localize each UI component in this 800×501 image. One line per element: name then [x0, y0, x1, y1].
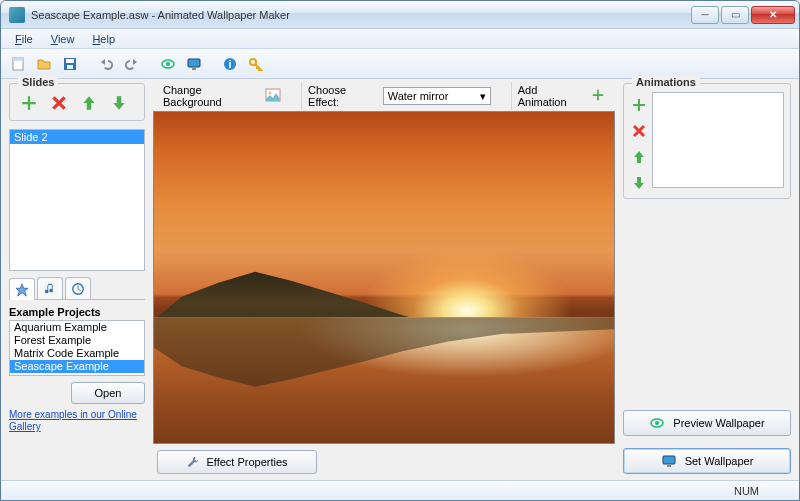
- slide-delete-icon[interactable]: [50, 94, 68, 112]
- choose-effect-label: Choose Effect:: [308, 84, 379, 108]
- tab-favorites[interactable]: [9, 278, 35, 300]
- eye-icon[interactable]: [157, 53, 179, 75]
- svg-point-16: [655, 421, 659, 425]
- save-icon[interactable]: [59, 53, 81, 75]
- svg-point-6: [166, 62, 170, 66]
- slide-up-icon[interactable]: [80, 94, 98, 112]
- window-title: Seascape Example.asw - Animated Wallpape…: [31, 9, 691, 21]
- svg-rect-8: [192, 68, 196, 70]
- set-wallpaper-label: Set Wallpaper: [685, 455, 754, 467]
- preview-wallpaper-button[interactable]: Preview Wallpaper: [623, 410, 791, 436]
- svg-rect-3: [66, 59, 74, 63]
- menubar: File View Help: [1, 29, 799, 49]
- animations-legend: Animations: [632, 76, 700, 88]
- tab-clock[interactable]: [65, 277, 91, 299]
- new-icon[interactable]: [7, 53, 29, 75]
- tab-music[interactable]: [37, 277, 63, 299]
- effect-value: Water mirror: [388, 90, 449, 102]
- eye-icon: [649, 415, 665, 431]
- close-button[interactable]: ✕: [751, 6, 795, 24]
- minimize-button[interactable]: ─: [691, 6, 719, 24]
- redo-icon[interactable]: [121, 53, 143, 75]
- svg-rect-4: [67, 65, 73, 69]
- menu-view[interactable]: View: [43, 31, 83, 47]
- slides-group: Slides: [9, 83, 145, 121]
- status-bar: NUM: [1, 480, 799, 500]
- list-item[interactable]: Seascape Example: [10, 360, 144, 373]
- slide-down-icon[interactable]: [110, 94, 128, 112]
- animations-group: Animations: [623, 83, 791, 199]
- wrench-icon: [186, 455, 200, 469]
- anim-delete-icon[interactable]: [630, 122, 648, 140]
- slides-legend: Slides: [18, 76, 58, 88]
- example-list[interactable]: Aquarium Example Forest Example Matrix C…: [9, 320, 145, 376]
- svg-rect-18: [667, 465, 671, 467]
- open-icon[interactable]: [33, 53, 55, 75]
- open-button[interactable]: Open: [71, 382, 145, 404]
- anim-up-icon[interactable]: [630, 148, 648, 166]
- monitor-icon: [661, 453, 677, 469]
- svg-text:i: i: [228, 58, 231, 70]
- maximize-button[interactable]: ▭: [721, 6, 749, 24]
- set-wallpaper-button[interactable]: Set Wallpaper: [623, 448, 791, 474]
- list-item[interactable]: Aquarium Example: [10, 321, 144, 334]
- effect-properties-label: Effect Properties: [206, 456, 287, 468]
- svg-rect-1: [13, 58, 23, 61]
- toolbar: i: [1, 49, 799, 79]
- list-item[interactable]: Slide 2: [10, 130, 144, 144]
- list-item[interactable]: Matrix Code Example: [10, 347, 144, 360]
- menu-file[interactable]: File: [7, 31, 41, 47]
- svg-rect-7: [188, 59, 200, 67]
- anim-down-icon[interactable]: [630, 174, 648, 192]
- image-icon[interactable]: [265, 87, 281, 105]
- plus-icon[interactable]: [591, 88, 605, 104]
- slides-list[interactable]: Slide 2: [9, 129, 145, 271]
- undo-icon[interactable]: [95, 53, 117, 75]
- titlebar: Seascape Example.asw - Animated Wallpape…: [1, 1, 799, 29]
- info-icon[interactable]: i: [219, 53, 241, 75]
- effect-properties-button[interactable]: Effect Properties: [157, 450, 317, 474]
- anim-add-icon[interactable]: [630, 96, 648, 114]
- preview-wallpaper-label: Preview Wallpaper: [673, 417, 764, 429]
- gallery-link[interactable]: More examples in our Online Gallery: [9, 409, 137, 432]
- animations-list[interactable]: [652, 92, 784, 188]
- app-icon: [9, 7, 25, 23]
- status-num: NUM: [734, 485, 759, 497]
- slide-add-icon[interactable]: [20, 94, 38, 112]
- svg-point-14: [269, 92, 272, 95]
- svg-rect-17: [663, 456, 675, 464]
- preview-canvas: [153, 111, 615, 444]
- list-item[interactable]: Forest Example: [10, 334, 144, 347]
- example-projects-label: Example Projects: [9, 306, 145, 318]
- change-background-label[interactable]: Change Background: [163, 84, 261, 108]
- effect-select[interactable]: Water mirror ▾: [383, 87, 491, 105]
- menu-help[interactable]: Help: [84, 31, 123, 47]
- chevron-down-icon: ▾: [480, 90, 486, 103]
- key-icon[interactable]: [245, 53, 267, 75]
- add-animation-label[interactable]: Add Animation: [518, 84, 587, 108]
- monitor-icon[interactable]: [183, 53, 205, 75]
